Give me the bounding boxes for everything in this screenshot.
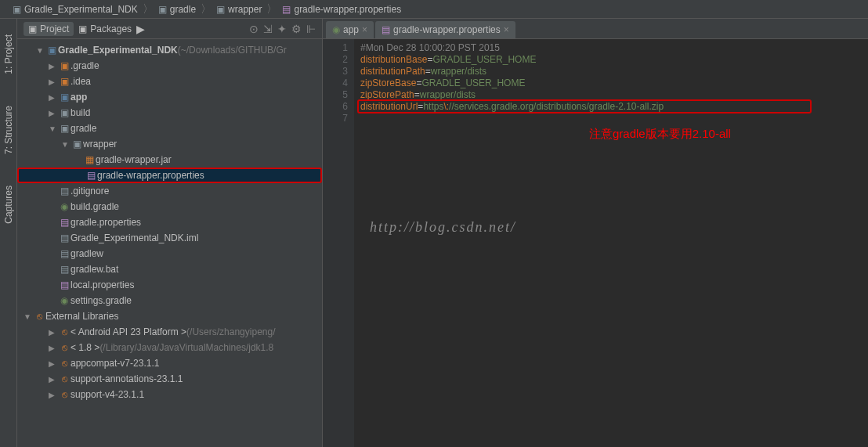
settings-icon[interactable]: ✦ <box>277 23 287 35</box>
file-icon: ▤ <box>58 264 71 275</box>
folder-icon: ▣ <box>158 4 167 15</box>
tree-hint: (/Library/Java/JavaVirtualMachines/jdk1.… <box>99 342 273 353</box>
annotation-text: 注意gradle版本要用2.10-all <box>589 127 731 142</box>
tree-label: External Libraries <box>45 311 118 322</box>
file-icon: ▤ <box>58 186 71 196</box>
code-line[interactable]: #Mon Dec 28 10:00:20 PST 2015 <box>360 42 862 54</box>
code-line[interactable]: distributionBase=GRADLE_USER_HOME <box>360 54 862 66</box>
project-view-tab[interactable]: ▣Project <box>24 22 74 36</box>
chevron-right-icon: 〉 <box>265 2 279 16</box>
code-line[interactable]: zipStoreBase=GRADLE_USER_HOME <box>360 78 862 89</box>
close-icon[interactable]: × <box>504 24 509 35</box>
tree-row[interactable]: ▶▣build <box>17 105 322 121</box>
tree-row[interactable]: ▦gradle-wrapper.jar <box>17 152 322 168</box>
tree-row[interactable]: ▶⎋support-annotations-23.1.1 <box>17 371 322 387</box>
tree-row[interactable]: ▤.gitignore <box>17 183 322 199</box>
tree-label: build <box>71 107 90 118</box>
breadcrumb-bar: ▣Gradle_Experimental_NDK 〉 ▣gradle 〉 ▣wr… <box>0 0 868 19</box>
library-icon: ⎋ <box>58 389 71 400</box>
library-icon: ⎋ <box>33 311 45 322</box>
code-line[interactable]: zipStorePath=wrapper/dists <box>360 89 862 101</box>
tree-row[interactable]: ▼▣gradle <box>17 121 322 136</box>
breadcrumb-item[interactable]: ▣gradle <box>155 4 199 15</box>
tree-row[interactable]: ▶⎋< Android API 23 Platform > (/Users/zh… <box>17 324 322 340</box>
tree-arrow-icon[interactable]: ▼ <box>61 140 71 149</box>
folder-icon: ▣ <box>58 123 71 134</box>
folder-src-icon: ▣ <box>58 92 71 103</box>
tree-row[interactable]: ▤Gradle_Experimental_NDK.iml <box>17 230 322 246</box>
tree-label: .gitignore <box>71 186 109 196</box>
properties-icon: ▤ <box>282 4 291 15</box>
watermark-text: http://blog.csdn.net/ <box>370 219 516 236</box>
tree-row[interactable]: ◉settings.gradle <box>17 293 322 308</box>
tree-arrow-icon[interactable]: ▶ <box>49 359 58 368</box>
project-panel: ▣Project ▣Packages ▶ ⊙ ⇲ ✦ ⚙ ⊩ ▼ ▣ Gradl… <box>17 19 323 447</box>
tree-row[interactable]: ▶⎋appcompat-v7-23.1.1 <box>17 355 322 371</box>
chevron-down-icon[interactable]: ▼ <box>36 46 45 55</box>
tree-label: settings.gradle <box>71 295 132 306</box>
tree-row[interactable]: ▶▣.gradle <box>17 58 322 74</box>
hide-icon[interactable]: ⊩ <box>306 23 316 35</box>
breadcrumb-item[interactable]: ▣Gradle_Experimental_NDK <box>9 4 141 15</box>
tree-row[interactable]: ▶⎋support-v4-23.1.1 <box>17 387 322 402</box>
library-icon: ⎋ <box>58 326 71 337</box>
tree-arrow-icon[interactable]: ▶ <box>49 109 58 117</box>
tree-arrow-icon[interactable]: ▶ <box>49 375 58 384</box>
tree-row[interactable]: ▶▣app <box>17 89 322 105</box>
tree-arrow-icon[interactable]: ▶ <box>49 93 58 102</box>
tree-row[interactable]: ◉build.gradle <box>17 199 322 214</box>
tree-label: support-v4-23.1.1 <box>71 389 144 400</box>
code-line[interactable] <box>360 113 862 124</box>
tree-row[interactable]: ▼▣wrapper <box>17 136 322 152</box>
external-libraries[interactable]: ▼ ⎋ External Libraries <box>17 308 322 324</box>
tree-row[interactable]: ▶⎋< 1.8 > (/Library/Java/JavaVirtualMach… <box>17 340 322 355</box>
editor-tab-properties[interactable]: ▤ gradle-wrapper.properties × <box>375 21 515 38</box>
gear-icon[interactable]: ⚙ <box>291 23 302 35</box>
line-gutter: 1234567 <box>323 39 354 447</box>
code-content[interactable]: #Mon Dec 28 10:00:20 PST 2015distributio… <box>354 39 868 447</box>
code-editor[interactable]: 1234567 #Mon Dec 28 10:00:20 PST 2015dis… <box>323 39 868 447</box>
tree-label: gradlew <box>71 248 103 259</box>
tree-label: .idea <box>71 76 91 87</box>
tree-label: Gradle_Experimental_NDK.iml <box>71 233 198 243</box>
props-icon: ▤ <box>85 170 97 181</box>
tree-row[interactable]: ▤gradle.properties <box>17 214 322 230</box>
editor-tab-app[interactable]: ◉ app × <box>326 21 374 38</box>
chevron-down-icon[interactable]: ▼ <box>24 312 33 321</box>
packages-view-tab[interactable]: ▣Packages <box>74 22 136 36</box>
tree-arrow-icon[interactable]: ▶ <box>49 344 58 352</box>
code-line[interactable]: distributionPath=wrapper/dists <box>360 66 862 78</box>
collapse-icon[interactable]: ⊙ <box>249 23 259 35</box>
structure-tool-tab[interactable]: 7: Structure <box>3 106 14 154</box>
tree-row[interactable]: ▶▣.idea <box>17 74 322 89</box>
chevron-right-icon: 〉 <box>199 2 213 16</box>
project-tool-tab[interactable]: 1: Project <box>3 34 14 74</box>
tree-arrow-icon[interactable]: ▶ <box>49 328 58 337</box>
tree-row[interactable]: ▤gradlew.bat <box>17 261 322 277</box>
tree-label: appcompat-v7-23.1.1 <box>71 358 159 369</box>
tree-row[interactable]: ▤local.properties <box>17 277 322 293</box>
breadcrumb-item[interactable]: ▣wrapper <box>213 4 265 15</box>
code-line[interactable]: distributionUrl=https\://services.gradle… <box>360 101 862 113</box>
tree-arrow-icon[interactable]: ▶ <box>49 391 58 399</box>
file-icon: ▤ <box>58 248 71 259</box>
folder-red-icon: ▣ <box>58 60 71 71</box>
tree-row[interactable]: ▤gradle-wrapper.properties <box>17 168 322 183</box>
tree-arrow-icon[interactable]: ▶ <box>49 62 58 70</box>
tree-label: gradle-wrapper.properties <box>97 170 204 181</box>
breadcrumb-item[interactable]: ▤gradle-wrapper.properties <box>279 4 404 15</box>
tree-label: gradlew.bat <box>71 264 118 275</box>
expand-icon[interactable]: ⇲ <box>263 23 273 35</box>
captures-tool-tab[interactable]: Captures <box>3 186 14 224</box>
folder-icon: ▣ <box>13 4 21 15</box>
gradle-icon: ◉ <box>332 24 340 35</box>
close-icon[interactable]: × <box>362 24 367 35</box>
tree-arrow-icon[interactable]: ▼ <box>49 124 58 133</box>
project-tree[interactable]: ▼ ▣ Gradle_Experimental_NDK (~/Downloads… <box>17 39 322 447</box>
tree-label: wrapper <box>83 139 117 150</box>
tree-row[interactable]: ▤gradlew <box>17 246 322 261</box>
library-icon: ⎋ <box>58 373 71 384</box>
chevron-right-icon[interactable]: ▶ <box>136 23 145 35</box>
tree-arrow-icon[interactable]: ▶ <box>49 78 58 86</box>
tree-root[interactable]: ▼ ▣ Gradle_Experimental_NDK (~/Downloads… <box>17 42 322 58</box>
